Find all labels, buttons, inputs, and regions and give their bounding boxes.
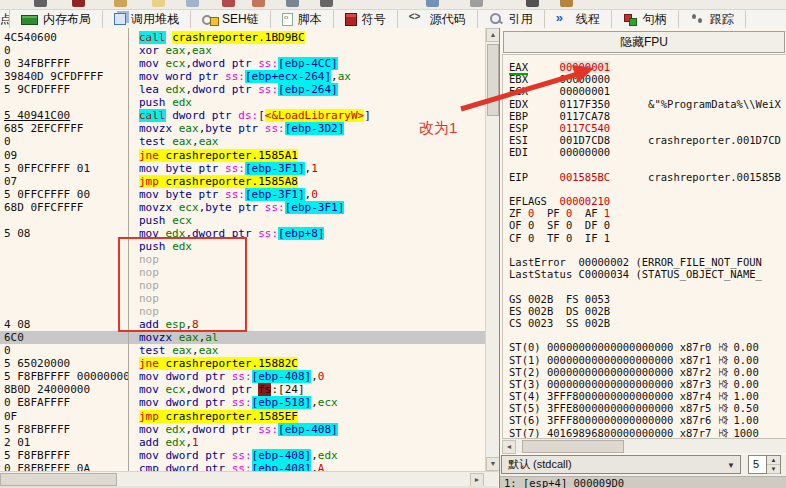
disasm-bytes[interactable] bbox=[0, 266, 129, 279]
disasm-bytes[interactable]: 5 F8FBFFFF 00000000 bbox=[0, 370, 129, 383]
disasm-row[interactable]: movzx eax,byte ptr ss:[ebp-3D2] bbox=[129, 122, 485, 135]
tab-seh[interactable]: SEH链 bbox=[191, 10, 271, 28]
toolbar-icon-fragment[interactable] bbox=[252, 0, 265, 7]
disasm-bytes[interactable] bbox=[0, 279, 129, 292]
disasm-bytes[interactable]: 2 01 bbox=[0, 436, 129, 449]
register-line[interactable]: ST(2) 00000000000000000000 x87r2 空 0.00 bbox=[503, 366, 786, 378]
toolbar-icon-fragment[interactable] bbox=[114, 0, 127, 7]
disasm-bytes[interactable]: 5 40941C00 bbox=[0, 109, 129, 122]
disasm-bytes[interactable]: 5 0FFCFFFF 00 bbox=[0, 188, 129, 201]
toolbar-icon-fragment[interactable] bbox=[222, 0, 235, 7]
calling-convention-select[interactable]: 默认 (stdcall) ▼ bbox=[501, 455, 741, 474]
disasm-bytes[interactable]: 5 9CFDFFFF bbox=[0, 83, 129, 96]
disasm-bytes[interactable]: 09 bbox=[0, 149, 129, 162]
register-line[interactable] bbox=[503, 159, 786, 171]
tab-script[interactable]: 脚本 bbox=[271, 10, 334, 28]
disasm-row[interactable]: cmp dword ptr ss:[ebp-408],A bbox=[129, 462, 485, 471]
disasm-bytes[interactable] bbox=[0, 96, 129, 109]
disasm-row[interactable]: test eax,eax bbox=[129, 135, 485, 148]
disasm-row[interactable]: add esp,8 bbox=[129, 318, 485, 331]
disasm-bytes[interactable]: 07 bbox=[0, 175, 129, 188]
disasm-row[interactable]: call crashreporter.1BD9BC bbox=[129, 31, 485, 44]
registers-horizontal-scrollbar[interactable]: ◄ bbox=[502, 438, 786, 453]
disasm-bytes[interactable]: 39840D 9CFDFFFF bbox=[0, 70, 129, 83]
disasm-bytes[interactable]: 68D 0FFCFFFF bbox=[0, 201, 129, 214]
register-line[interactable]: CS 0023 SS 002B bbox=[503, 317, 786, 329]
toolbar-icon-fragment[interactable] bbox=[34, 0, 47, 7]
toolbar-icon-fragment[interactable] bbox=[426, 0, 439, 7]
disasm-row[interactable]: push edx bbox=[129, 96, 485, 109]
disasm-row[interactable]: mov edx,dword ptr ss:[ebp-408] bbox=[129, 423, 485, 436]
toolbar-icon-fragment[interactable] bbox=[560, 0, 573, 7]
disasm-row[interactable]: add edx,1 bbox=[129, 436, 485, 449]
register-line[interactable]: ST(0) 00000000000000000000 x87r0 空 0.00 bbox=[503, 341, 786, 353]
disasm-row[interactable]: movzx eax,al bbox=[129, 331, 485, 344]
disasm-row[interactable]: nop bbox=[129, 279, 485, 292]
scroll-up-icon[interactable]: ▲ bbox=[486, 28, 500, 42]
stepper-down-icon[interactable]: ▼ bbox=[767, 465, 780, 474]
tab-trace[interactable]: 跟踪 bbox=[679, 10, 746, 28]
tab-symbols[interactable]: 符号 bbox=[334, 10, 398, 28]
register-line[interactable]: GS 002B FS 0053 bbox=[503, 293, 786, 305]
register-line[interactable]: ST(1) 00000000000000000000 x87r1 空 0.00 bbox=[503, 354, 786, 366]
vertical-scrollbar[interactable]: ▲ ▼ bbox=[485, 28, 499, 471]
horizontal-scrollbar[interactable]: ► bbox=[0, 471, 498, 486]
toolbar-icon-fragment[interactable] bbox=[526, 0, 539, 7]
disasm-bytes[interactable]: 0 bbox=[0, 344, 129, 357]
disasm-row[interactable]: call dword ptr ds:[<&LoadLibraryW>] bbox=[129, 109, 485, 122]
register-line[interactable]: LastError 00000002 (ERROR_FILE_NOT_FOUN bbox=[503, 256, 786, 268]
register-line[interactable]: ES 002B DS 002B bbox=[503, 305, 786, 317]
disasm-bytes[interactable]: 5 08 bbox=[0, 227, 129, 240]
tab-callstack[interactable]: 调用堆栈 bbox=[103, 10, 191, 28]
hide-fpu-button[interactable]: 隐藏FPU bbox=[503, 31, 785, 53]
register-line[interactable] bbox=[503, 329, 786, 341]
disasm-row[interactable]: mov byte ptr ss:[ebp-3F1],0 bbox=[129, 188, 485, 201]
disasm-row[interactable]: mov byte ptr ss:[ebp-3F1],1 bbox=[129, 162, 485, 175]
register-line[interactable]: ESP 0117C540 bbox=[503, 122, 786, 134]
register-line[interactable] bbox=[503, 244, 786, 256]
argument-count-stepper[interactable]: 5 ▲ ▼ bbox=[748, 455, 781, 474]
register-line[interactable]: ST(6) 3FFF8000000000000000 x87r6 空 1.00 bbox=[503, 414, 786, 426]
stack-argument-line[interactable]: 1: [esp+4] 000009D0 bbox=[500, 476, 786, 488]
toolbar-icon-fragment[interactable] bbox=[72, 0, 85, 7]
tab-memory[interactable]: 内存布局 bbox=[10, 10, 103, 28]
disasm-bytes[interactable]: 685 2EFCFFFF bbox=[0, 122, 129, 135]
register-line[interactable]: EDI 00000000 bbox=[503, 146, 786, 158]
register-line[interactable]: ESI 001D7CD8 crashreporter.001D7CD bbox=[503, 134, 786, 146]
register-line[interactable]: ST(7) 40169896800000000000 x87r7 空 1000 bbox=[503, 427, 786, 438]
disasm-row[interactable]: mov edx,dword ptr ss:[ebp+8] bbox=[129, 227, 485, 240]
register-line[interactable]: EAX 00000001 bbox=[503, 61, 786, 73]
disasm-bytes[interactable]: 6C0 bbox=[0, 331, 129, 344]
disasm-row[interactable]: mov dword ptr ss:[ebp-408],edx bbox=[129, 449, 485, 462]
register-line[interactable]: EIP 001585BC crashreporter.001585B bbox=[503, 171, 786, 183]
disasm-bytes[interactable]: 8B0D 24000000 bbox=[0, 383, 129, 396]
disasm-row[interactable]: xor eax,eax bbox=[129, 44, 485, 57]
disasm-bytes[interactable]: 0 F8FBFFFF 0A bbox=[0, 462, 129, 471]
toolbar-icon-fragment[interactable] bbox=[320, 0, 333, 7]
vertical-scroll-thumb[interactable] bbox=[487, 44, 499, 116]
register-line[interactable] bbox=[503, 280, 786, 292]
disasm-bytes[interactable]: 0 34FBFFFF bbox=[0, 57, 129, 70]
disasm-row[interactable]: mov ecx,dword ptr ss:[ebp-4CC] bbox=[129, 57, 485, 70]
register-line[interactable]: CF 0 TF 0 IF 1 bbox=[503, 232, 786, 244]
disasm-row[interactable]: mov dword ptr ss:[ebp-518],ecx bbox=[129, 396, 485, 409]
toolbar-icon-fragment[interactable] bbox=[186, 0, 199, 7]
toolbar-icon-fragment[interactable] bbox=[470, 0, 483, 7]
scroll-right-icon[interactable]: ► bbox=[470, 473, 484, 487]
scroll-left-icon[interactable]: ◄ bbox=[502, 440, 516, 454]
disasm-row[interactable]: lea edx,dword ptr ss:[ebp-264] bbox=[129, 83, 485, 96]
register-line[interactable]: EFLAGS 00000210 bbox=[503, 195, 786, 207]
disasm-bytes[interactable]: 0F bbox=[0, 410, 129, 423]
disasm-row[interactable]: jmp crashreporter.1585A8 bbox=[129, 175, 485, 188]
register-line[interactable]: ECX 00000001 bbox=[503, 85, 786, 97]
disasm-bytes[interactable]: 5 0FFCFFFF 01 bbox=[0, 162, 129, 175]
register-line[interactable]: EBP 0117CA78 bbox=[503, 110, 786, 122]
register-line[interactable]: ST(5) 3FFE8000000000000000 x87r5 空 0.50 bbox=[503, 402, 786, 414]
disasm-bytes[interactable] bbox=[0, 214, 129, 227]
disasm-row[interactable]: nop bbox=[129, 305, 485, 318]
disasm-row[interactable]: nop bbox=[129, 253, 485, 266]
scroll-down-icon[interactable]: ▼ bbox=[486, 457, 500, 471]
tab-threads[interactable]: 线程 bbox=[545, 10, 612, 28]
disasm-row[interactable]: jne crashreporter.1585A1 bbox=[129, 149, 485, 162]
register-line[interactable]: LastStatus C0000034 (STATUS_OBJECT_NAME_ bbox=[503, 268, 786, 280]
